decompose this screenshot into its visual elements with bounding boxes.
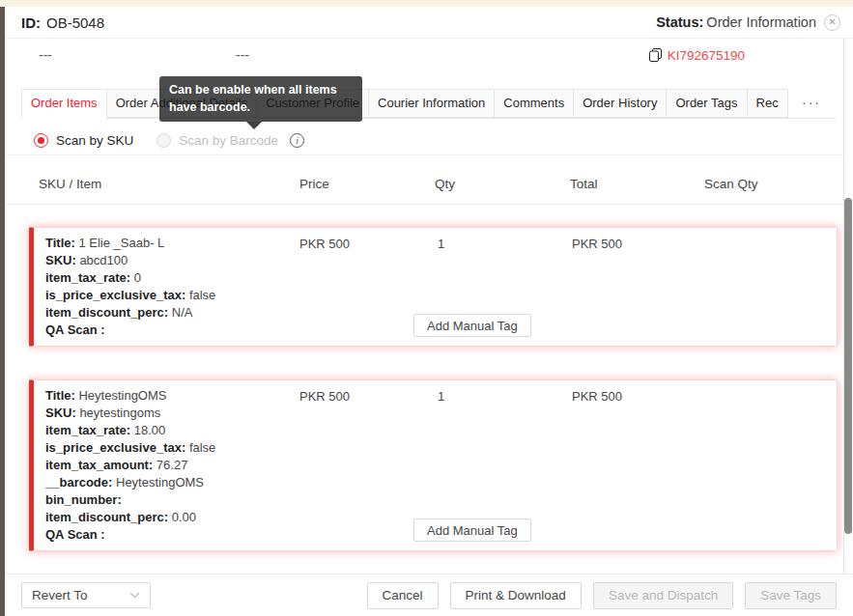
scan-mode-row: Scan by SKU Scan by Barcode i: [34, 132, 853, 149]
tracking-number-text: KI792675190: [668, 48, 745, 63]
info-icon[interactable]: i: [290, 133, 304, 148]
item-field-is-price-exclusive-tax: is_price_exclusive_tax: false: [45, 439, 837, 457]
add-manual-tag-button[interactable]: Add Manual Tag: [413, 314, 531, 337]
item-price: PKR 500: [299, 236, 350, 253]
column-scan-qty: Scan Qty: [704, 177, 758, 191]
print-download-button[interactable]: Print & Download: [450, 582, 582, 609]
tab-rec[interactable]: Rec: [747, 89, 788, 118]
vertical-scrollbar[interactable]: [843, 39, 853, 574]
copy-icon: [649, 48, 662, 62]
tooltip-text: Can be enable when all items have barcod…: [169, 83, 337, 114]
tabs-bar: Order ItemsOrder Additional DetailsCusto…: [21, 89, 836, 119]
tab-order-history[interactable]: Order History: [573, 89, 667, 118]
close-icon[interactable]: ✕: [824, 14, 840, 31]
page-top-strip: [0, 0, 853, 7]
item-total: PKR 500: [572, 236, 622, 253]
save-tags-button[interactable]: Save Tags: [745, 582, 837, 609]
order-modal: ID:OB-5048 Status: Order Information ✕ -…: [5, 7, 853, 616]
tooltip-arrow-icon: [246, 122, 262, 129]
item-field-bin-number: bin_number:: [45, 491, 837, 509]
item-price: PKR 500: [299, 388, 350, 406]
item-field-is-price-exclusive-tax: is_price_exclusive_tax: false: [45, 287, 837, 304]
item-field-item-tax-rate: item_tax_rate: 18.00: [45, 422, 837, 439]
add-manual-tag-button[interactable]: Add Manual Tag: [413, 518, 531, 542]
column-sku-item: SKU / Item: [39, 177, 101, 191]
revert-to-label: Revert To: [32, 588, 88, 602]
item-field-item-tax-amount: item_tax_amount: 76.27: [45, 457, 837, 474]
order-status: Status: Order Information ✕: [656, 14, 840, 31]
column-price: Price: [299, 177, 329, 191]
item-field-barcode: __barcode: HeytestingOMS: [45, 474, 837, 491]
barcode-tooltip: Can be enable when all items have barcod…: [159, 76, 362, 122]
meta-row: --- --- KI792675190: [5, 39, 853, 64]
item-total: PKR 500: [572, 388, 622, 406]
order-items-list: Title: 1 Elie _Saab- LSKU: abcd100item_t…: [5, 227, 853, 551]
scan-by-barcode-label: Scan by Barcode: [179, 133, 278, 148]
tab-courier-information[interactable]: Courier Information: [368, 89, 495, 118]
meta-placeholder-left: ---: [39, 47, 52, 63]
order-id-label: ID:: [21, 14, 41, 31]
status-value: Order Information: [706, 14, 816, 30]
item-qty: 1: [438, 388, 444, 406]
item-field-sku: SKU: heytestingoms: [45, 405, 837, 422]
divider: [5, 154, 853, 155]
scan-by-sku-label: Scan by SKU: [56, 133, 133, 148]
column-qty: Qty: [435, 177, 455, 191]
scan-by-barcode-radio[interactable]: Scan by Barcode: [156, 133, 278, 148]
item-field-sku: SKU: abcd100: [45, 252, 837, 269]
save-and-dispatch-button[interactable]: Save and Dispatch: [593, 582, 733, 609]
meta-placeholder-right: ---: [236, 47, 249, 63]
item-field-item-tax-rate: item_tax_rate: 0: [45, 269, 837, 287]
item-qty: 1: [438, 236, 444, 253]
tab-list: Order ItemsOrder Additional DetailsCusto…: [21, 89, 789, 119]
divider: [5, 204, 853, 205]
status-label: Status:: [656, 14, 703, 30]
modal-footer: Revert To Cancel Print & Download Save a…: [5, 574, 853, 616]
modal-content: --- --- KI792675190 Order ItemsOrder Add…: [5, 39, 853, 574]
tab-comments[interactable]: Comments: [494, 89, 574, 118]
order-item-card: Title: 1 Elie _Saab- LSKU: abcd100item_t…: [29, 227, 838, 347]
tab-order-tags[interactable]: Order Tags: [666, 89, 747, 118]
cancel-button[interactable]: Cancel: [367, 582, 439, 609]
tabs-more-button[interactable]: ···: [802, 95, 821, 110]
modal-header: ID:OB-5048 Status: Order Information ✕: [5, 7, 853, 39]
chevron-down-icon: [129, 592, 140, 599]
footer-buttons: Cancel Print & Download Save and Dispatc…: [367, 582, 837, 609]
column-total: Total: [570, 177, 598, 191]
radio-disabled-icon: [156, 133, 171, 148]
radio-selected-icon: [34, 133, 48, 148]
scrollbar-thumb[interactable]: [844, 198, 852, 534]
order-id-value: OB-5048: [46, 14, 104, 31]
revert-to-select[interactable]: Revert To: [21, 582, 151, 608]
tab-order-items[interactable]: Order Items: [21, 89, 107, 119]
tracking-number-link[interactable]: KI792675190: [649, 48, 745, 63]
items-table-header: SKU / Item Price Qty Total Scan Qty: [5, 177, 853, 190]
order-id: ID:OB-5048: [21, 14, 104, 31]
order-item-card: Title: HeytestingOMSSKU: heytestingomsit…: [29, 379, 838, 551]
scan-by-sku-radio[interactable]: Scan by SKU: [34, 133, 133, 148]
